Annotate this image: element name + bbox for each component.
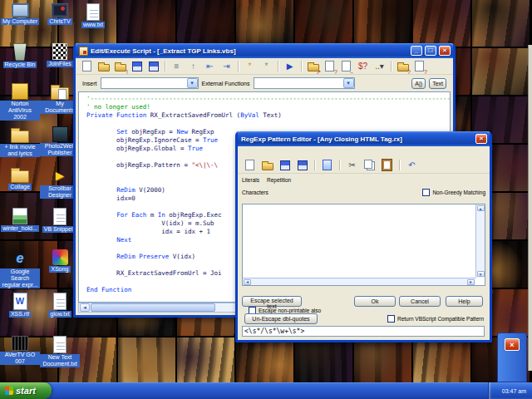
scroll-down-icon[interactable]: ▼ bbox=[477, 271, 485, 277]
escape-selected-text-button[interactable]: Escape selected text bbox=[242, 296, 302, 307]
toolbar-separator bbox=[399, 160, 400, 170]
christv-icon bbox=[52, 3, 68, 17]
editor-titlebar[interactable]: Edit/Execute Script - [_Extract TGP Link… bbox=[76, 43, 453, 58]
save-icon[interactable] bbox=[130, 60, 144, 73]
desktop-icon-link-movie-and-lyrics[interactable]: + link movie and lyrics bbox=[0, 126, 40, 157]
external-functions-combobox[interactable]: ▾ bbox=[254, 77, 355, 89]
scroll-left-icon[interactable]: ◄ bbox=[244, 279, 251, 285]
unescape-dbl-quotes-button[interactable]: Un-Escape dbl-quotes bbox=[244, 313, 318, 324]
ok-button[interactable]: Ok bbox=[354, 296, 396, 307]
quotes-icon[interactable]: ..▾ bbox=[372, 60, 387, 73]
save-pattern-icon[interactable] bbox=[278, 159, 292, 172]
import-folder-icon[interactable]: ↗ bbox=[306, 60, 320, 73]
indent-icon[interactable]: ⇥ bbox=[219, 60, 234, 73]
toolbar-separator bbox=[391, 61, 392, 71]
chevron-down-icon[interactable]: ▾ bbox=[187, 78, 198, 88]
vertical-scrollbar[interactable]: ▲ ▼ bbox=[475, 204, 485, 278]
regexp-toolbar: ✂↶ bbox=[238, 157, 490, 174]
scroll-up-icon[interactable]: ▲ bbox=[477, 205, 485, 211]
regexp-dialog-title: RegExp Pattern Editor - [Any Closing HTM… bbox=[241, 135, 473, 143]
internet-explorer-icon: e bbox=[10, 249, 30, 268]
folder-help-icon[interactable]: ? bbox=[396, 60, 410, 73]
toolbar-separator bbox=[165, 61, 165, 71]
vbscript-compatible-option: Return VBScript Compatible Pattern bbox=[387, 315, 484, 323]
regexp-dialog: RegExp Pattern Editor - [Any Closing HTM… bbox=[235, 131, 492, 342]
desktop-icon-label: Google Search regular expr... bbox=[0, 268, 40, 288]
insert-file-icon[interactable]: → bbox=[339, 60, 353, 73]
save-all-icon[interactable] bbox=[146, 60, 160, 73]
joinfiles-icon bbox=[52, 43, 67, 60]
script-help-icon[interactable]: ? bbox=[412, 60, 426, 73]
editor-toolbar: !≡↑⇤⇥**▶↗?→$?..▾?? bbox=[76, 58, 453, 75]
desktop-icon-norton-antivirus-2002[interactable]: Norton AntiVirus 2002 bbox=[0, 83, 40, 121]
cancel-button[interactable]: Cancel bbox=[399, 296, 441, 307]
code-line: ' no longer used! bbox=[86, 103, 450, 111]
start-label: start bbox=[16, 386, 36, 396]
paste-icon[interactable] bbox=[380, 159, 394, 172]
desktop-icon-new-text-document-txt[interactable]: New Text Document.txt bbox=[40, 336, 80, 367]
characters-row: Characters Non-Greedy Matching bbox=[238, 185, 490, 200]
text-file-icon bbox=[53, 208, 66, 225]
uncomment-icon[interactable]: * bbox=[259, 60, 273, 73]
save-pattern-as-icon[interactable] bbox=[295, 159, 309, 172]
pattern-lines bbox=[244, 205, 475, 278]
desktop-icon-avertv-go-007[interactable]: AVerTV GO 007 bbox=[0, 336, 40, 365]
desktop-icon-winter-hold[interactable]: winter_hold... bbox=[0, 208, 40, 232]
scrollbar-thumb[interactable] bbox=[91, 303, 215, 312]
start-button[interactable]: start bbox=[0, 382, 52, 399]
check-script-icon[interactable]: ? bbox=[323, 60, 337, 73]
desktop-icon-label: www.txt bbox=[81, 22, 105, 28]
minimize-button[interactable]: _ bbox=[411, 46, 422, 56]
send-lines-icon[interactable]: ↑ bbox=[186, 60, 200, 73]
close-button[interactable]: × bbox=[439, 46, 451, 56]
view-lines-icon[interactable]: ≡ bbox=[170, 60, 184, 73]
run-script-icon[interactable]: ▶ bbox=[283, 60, 297, 73]
non-greedy-option: Non-Greedy Matching bbox=[422, 189, 485, 196]
scroll-right-icon[interactable]: ► bbox=[467, 279, 475, 285]
insert-combobox[interactable]: ▾ bbox=[101, 77, 199, 89]
open-pattern-icon[interactable] bbox=[260, 159, 274, 172]
non-greedy-checkbox[interactable] bbox=[422, 189, 430, 196]
desktop-icon-label: My Computer bbox=[1, 18, 39, 25]
editor-window-title: Edit/Execute Script - [_Extract TGP Link… bbox=[91, 47, 408, 55]
recycle-bin-icon bbox=[12, 43, 27, 61]
regexp-dialog-titlebar[interactable]: RegExp Pattern Editor - [Any Closing HTM… bbox=[238, 131, 490, 146]
taskbar: start 03:47 am bbox=[0, 382, 532, 399]
script-app-icon bbox=[79, 47, 88, 56]
insert-label: Insert bbox=[82, 81, 97, 86]
variables-icon[interactable]: $? bbox=[356, 60, 370, 73]
chevron-down-icon[interactable]: ▾ bbox=[343, 78, 354, 88]
desktop-icon-xss-rtf[interactable]: WXSS.rtf bbox=[0, 293, 40, 318]
clock[interactable]: 03:47 am bbox=[502, 388, 526, 394]
help-button[interactable]: Help bbox=[446, 296, 483, 307]
undo-icon[interactable]: ↶ bbox=[405, 159, 419, 172]
new-pattern-icon[interactable] bbox=[243, 159, 257, 172]
folder-icon bbox=[11, 170, 29, 183]
desktop-icon-collage[interactable]: Collage bbox=[0, 166, 40, 190]
code-line bbox=[86, 120, 450, 128]
copy-pattern-icon[interactable] bbox=[320, 159, 334, 172]
desktop-icon-recycle-bin[interactable]: Recycle Bin bbox=[0, 43, 40, 68]
scroll-left-icon[interactable]: ◄ bbox=[80, 303, 90, 312]
desktop-icon-www-txt[interactable]: www.txt bbox=[73, 3, 113, 28]
copy-icon[interactable] bbox=[362, 159, 377, 172]
pattern-explanation-list[interactable]: ▲ ▼ ◄ ► bbox=[242, 204, 485, 286]
text-button[interactable]: Text bbox=[429, 78, 446, 89]
comment-icon[interactable]: * bbox=[243, 60, 257, 73]
paren-button[interactable]: A|) bbox=[411, 78, 426, 89]
vbscript-compatible-checkbox[interactable] bbox=[387, 315, 395, 323]
desktop: My ComputerChrisTVwww.txtRecycle BinJoin… bbox=[0, 0, 532, 399]
vbscript-compatible-label: Return VBScript Compatible Pattern bbox=[397, 316, 484, 322]
horizontal-scrollbar[interactable]: ◄ ► bbox=[243, 278, 475, 285]
open-script-icon[interactable] bbox=[96, 60, 111, 73]
desktop-icon-google-search-regular-expr[interactable]: eGoogle Search regular expr... bbox=[0, 249, 40, 288]
outdent-icon[interactable]: ⇤ bbox=[203, 60, 217, 73]
maximize-button[interactable]: □ bbox=[425, 46, 436, 56]
new-script-icon[interactable] bbox=[80, 60, 94, 73]
open-execute-icon[interactable]: ! bbox=[113, 60, 127, 73]
desktop-icon-my-computer[interactable]: My Computer bbox=[0, 3, 40, 25]
desktop-icon-label: Collage bbox=[8, 184, 32, 190]
cut-icon[interactable]: ✂ bbox=[345, 159, 359, 172]
close-button[interactable]: × bbox=[475, 134, 487, 144]
pattern-input[interactable]: <\s*/\s*\w+\s*> bbox=[242, 326, 485, 337]
